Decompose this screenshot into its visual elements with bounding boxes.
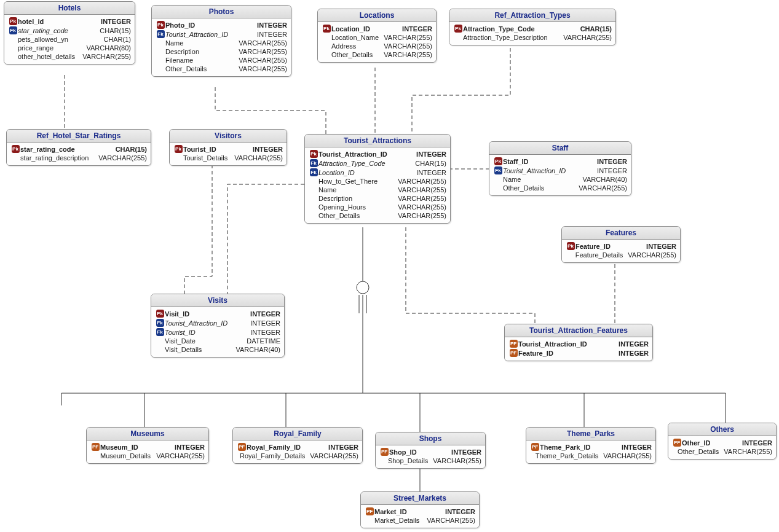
entity-others[interactable]: Others PFOther_IDINTEGEROther_DetailsVAR…: [668, 423, 777, 460]
column-name: Tourist_Attraction_ID: [165, 31, 257, 38]
column-name: Shop_Details: [388, 457, 433, 464]
entity-tourist-attractions[interactable]: Tourist_Attractions PkTourist_Attraction…: [304, 134, 451, 224]
column-row: PFMarket_IDINTEGER: [365, 507, 475, 516]
column-type: INTEGER: [597, 167, 627, 174]
column-row: PFOther_IDINTEGER: [672, 438, 772, 447]
entity-features[interactable]: Features PkFeature_IDINTEGERFeature_Deta…: [561, 226, 681, 263]
column-type: INTEGER: [619, 350, 649, 357]
column-row: FkTourist_IDINTEGER: [155, 327, 280, 337]
column-type: VARCHAR(255): [234, 154, 283, 162]
column-name: Other_ID: [682, 439, 742, 447]
column-name: Tourist_Attraction_ID: [165, 319, 250, 327]
entity-ref-hotel-star-ratings[interactable]: Ref_Hotel_Star_Ratings Pkstar_rating_cod…: [6, 129, 151, 166]
column-name: star_rating_code: [20, 146, 116, 153]
entity-title: Hotels: [4, 2, 135, 15]
column-name: Theme_Park_ID: [540, 444, 622, 451]
entity-title: Features: [562, 227, 680, 240]
pf-badge-icon: PF: [237, 443, 247, 451]
column-row: Pkstar_rating_codeCHAR(15): [10, 144, 147, 154]
entity-title: Visits: [151, 294, 284, 307]
column-type: INTEGER: [451, 448, 481, 456]
column-row: Opening_HoursVARCHAR(255): [309, 203, 446, 211]
column-name: Location_Name: [331, 34, 384, 41]
column-type: VARCHAR(80): [86, 44, 131, 52]
column-row: Other_DetailsVARCHAR(255): [322, 50, 432, 59]
column-type: INTEGER: [101, 18, 131, 25]
entity-visits[interactable]: Visits PkVisit_IDINTEGERFkTourist_Attrac…: [151, 294, 285, 358]
entity-columns: PkAttraction_Type_CodeCHAR(15)Attraction…: [449, 22, 615, 45]
pf-badge-icon: PF: [365, 507, 374, 515]
column-row: Visit_DateDATETIME: [155, 337, 280, 345]
column-type: INTEGER: [416, 169, 446, 176]
entity-title: Ref_Attraction_Types: [449, 9, 615, 22]
column-name: Visit_Date: [165, 337, 247, 345]
column-type: INTEGER: [742, 439, 772, 447]
column-row: PFFeature_IDINTEGER: [508, 348, 649, 358]
entity-title: Photos: [152, 6, 291, 18]
column-name: Tourist_Attraction_ID: [503, 167, 597, 174]
column-name: star_rating_description: [20, 154, 98, 162]
entity-theme-parks[interactable]: Theme_Parks PFTheme_Park_IDINTEGERTheme_…: [526, 427, 656, 464]
column-name: Attraction_Type_Code: [318, 160, 415, 167]
column-row: PFShop_IDINTEGER: [379, 447, 481, 456]
entity-columns: PFTourist_Attraction_IDINTEGERPFFeature_…: [505, 337, 652, 361]
column-type: INTEGER: [175, 444, 205, 451]
column-row: Other_DetailsVARCHAR(255): [493, 184, 627, 192]
entity-title: Locations: [318, 9, 436, 22]
column-name: Other_Details: [503, 184, 579, 192]
entity-tourist-attraction-features[interactable]: Tourist_Attraction_Features PFTourist_At…: [504, 324, 653, 361]
fk-badge-icon: Fk: [8, 26, 18, 34]
column-row: Attraction_Type_DescriptionVARCHAR(255): [453, 33, 612, 42]
entity-title: Ref_Hotel_Star_Ratings: [7, 130, 151, 143]
entity-columns: PFMarket_IDINTEGERMarket_DetailsVARCHAR(…: [361, 505, 479, 528]
column-type: CHAR(15): [415, 160, 446, 167]
column-type: CHAR(15): [100, 27, 131, 34]
fk-badge-icon: Fk: [155, 328, 165, 336]
entity-title: Tourist_Attraction_Features: [505, 324, 652, 337]
entity-columns: PkTourist_IDINTEGERTourist_DetailsVARCHA…: [170, 143, 287, 165]
column-name: Address: [331, 42, 384, 50]
column-type: VARCHAR(40): [235, 346, 280, 353]
column-type: VARCHAR(255): [398, 186, 446, 194]
column-row: Location_NameVARCHAR(255): [322, 33, 432, 42]
column-name: pets_allowed_yn: [18, 36, 103, 43]
entity-locations[interactable]: Locations PkLocation_IDINTEGERLocation_N…: [317, 9, 437, 63]
column-name: star_rating_code: [18, 27, 100, 34]
column-type: VARCHAR(255): [628, 251, 676, 259]
column-row: Other_DetailsVARCHAR(255): [672, 447, 772, 456]
column-row: Tourist_DetailsVARCHAR(255): [173, 154, 283, 162]
entity-royal-family[interactable]: Royal_Family PFRoyal_Family_IDINTEGERRoy…: [232, 427, 363, 464]
column-name: Museum_ID: [100, 444, 175, 451]
entity-hotels[interactable]: Hotels Pkhotel_idINTEGERFkstar_rating_co…: [4, 1, 135, 65]
column-row: DescriptionVARCHAR(255): [156, 47, 287, 56]
entity-columns: Pkhotel_idINTEGERFkstar_rating_codeCHAR(…: [4, 15, 135, 64]
entity-visitors[interactable]: Visitors PkTourist_IDINTEGERTourist_Deta…: [169, 129, 287, 166]
column-row: Market_DetailsVARCHAR(255): [365, 516, 475, 525]
column-type: VARCHAR(255): [398, 203, 446, 211]
entity-museums[interactable]: Museums PFMuseum_IDINTEGERMuseum_Details…: [86, 427, 209, 464]
entity-shops[interactable]: Shops PFShop_IDINTEGERShop_DetailsVARCHA…: [375, 432, 486, 469]
column-row: pets_allowed_ynCHAR(1): [8, 35, 131, 44]
column-type: VARCHAR(255): [239, 48, 287, 55]
column-type: VARCHAR(255): [156, 452, 205, 460]
column-name: Photo_ID: [165, 22, 257, 29]
entity-ref-attraction-types[interactable]: Ref_Attraction_Types PkAttraction_Type_C…: [449, 9, 616, 45]
column-name: Other_Details: [331, 51, 384, 58]
entity-title: Others: [668, 423, 776, 436]
entity-street-markets[interactable]: Street_Markets PFMarket_IDINTEGERMarket_…: [360, 491, 480, 528]
entity-title: Staff: [489, 142, 631, 155]
entity-photos[interactable]: Photos PkPhoto_IDINTEGERFkTourist_Attrac…: [151, 5, 291, 77]
column-name: Tourist_Attraction_ID: [318, 151, 416, 158]
column-type: INTEGER: [250, 329, 280, 336]
pf-badge-icon: PF: [672, 439, 682, 447]
column-type: INTEGER: [597, 158, 627, 165]
column-name: Royal_Family_Details: [240, 452, 310, 460]
column-row: Feature_DetailsVARCHAR(255): [566, 251, 676, 259]
column-row: FkTourist_Attraction_IDINTEGER: [493, 166, 627, 175]
column-name: Other_Details: [678, 448, 724, 455]
column-type: INTEGER: [253, 146, 283, 153]
column-name: Other_Details: [318, 212, 398, 219]
column-name: Name: [318, 186, 398, 194]
entity-staff[interactable]: Staff PkStaff_IDINTEGERFkTourist_Attract…: [489, 141, 631, 196]
column-row: FkTourist_Attraction_IDINTEGER: [155, 318, 280, 327]
